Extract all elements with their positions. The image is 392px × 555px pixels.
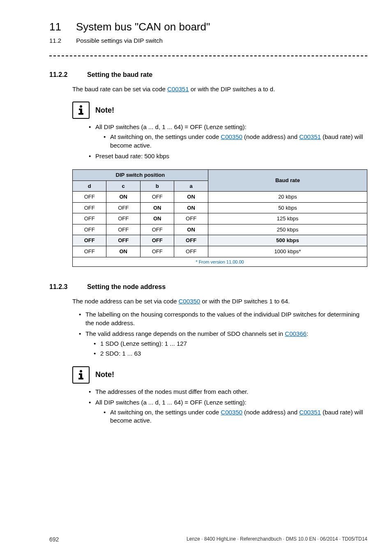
note-box: Note! xyxy=(72,102,367,119)
chapter-number: 11 xyxy=(49,20,61,34)
intro-text: The baud rate can be set via code xyxy=(72,86,167,92)
table-cell: OFF xyxy=(73,192,106,203)
svg-point-4 xyxy=(80,370,82,372)
table-cell: OFF xyxy=(106,235,140,246)
table-col-header: a xyxy=(174,180,208,192)
table-cell: ON xyxy=(106,192,140,203)
table-cell: OFF xyxy=(73,224,106,235)
intro-text: or with the DIP switches a to d. xyxy=(189,86,275,92)
info-icon xyxy=(72,366,90,384)
note-label: Note! xyxy=(95,105,114,115)
table-cell: OFF xyxy=(106,213,140,224)
section-number: 11.2.2 xyxy=(49,70,72,79)
table-cell-rate: 1000 kbps* xyxy=(208,246,367,257)
list-item: 1 SDO (Lenze setting): 1 ... 127 xyxy=(94,340,367,348)
table-cell-rate: 500 kbps xyxy=(208,235,367,246)
table-cell: OFF xyxy=(73,246,106,257)
table-header: DIP switch position xyxy=(73,170,208,181)
table-cell: OFF xyxy=(174,235,208,246)
table-cell: ON xyxy=(106,246,140,257)
note-box: Note! xyxy=(72,366,367,384)
list-item: The labelling on the housing corresponds… xyxy=(79,310,367,327)
table-row: OFFOFFOFFON250 kbps xyxy=(73,224,367,235)
code-link[interactable]: C00350 xyxy=(221,133,242,140)
chapter-title: System bus "CAN on board" xyxy=(76,20,210,34)
table-row: OFFONOFFON20 kbps xyxy=(73,192,367,203)
section-heading: 11.2.3 Setting the node address xyxy=(49,282,367,291)
section-title: Setting the baud rate xyxy=(87,70,152,79)
list-item: The valid address range depends on the n… xyxy=(79,330,367,358)
list-item: Preset baud rate: 500 kbps xyxy=(89,152,367,160)
code-link[interactable]: C00350 xyxy=(179,298,201,305)
table-cell: OFF xyxy=(73,202,106,213)
svg-point-0 xyxy=(80,105,82,108)
page-number: 692 xyxy=(49,536,59,543)
table-cell: OFF xyxy=(106,224,140,235)
code-link[interactable]: C00350 xyxy=(221,409,242,416)
table-header: Baud rate xyxy=(208,170,367,192)
baud-rate-table: DIP switch position Baud rate d c b a OF… xyxy=(72,169,367,267)
subchapter-title: Possible settings via DIP switch xyxy=(76,37,163,45)
table-row: OFFOFFONON50 kbps xyxy=(73,202,367,213)
table-cell-rate: 50 kbps xyxy=(208,202,367,213)
table-cell: OFF xyxy=(106,202,140,213)
section-heading: 11.2.2 Setting the baud rate xyxy=(49,70,367,79)
table-cell: OFF xyxy=(140,192,174,203)
code-link[interactable]: C00351 xyxy=(167,86,189,92)
table-cell: OFF xyxy=(140,246,174,257)
table-footnote: * From version 11.00.00 xyxy=(73,257,367,267)
table-cell: OFF xyxy=(140,224,174,235)
svg-rect-7 xyxy=(78,378,83,379)
table-col-header: b xyxy=(140,180,174,192)
info-icon xyxy=(72,102,90,119)
list-item: All DIP switches (a ... d, 1 ... 64) = O… xyxy=(89,123,367,150)
table-cell: ON xyxy=(174,202,208,213)
section-intro: The baud rate can be set via code C00351… xyxy=(72,85,367,93)
table-cell: ON xyxy=(140,213,174,224)
table-col-header: d xyxy=(73,180,106,192)
table-row: OFFOFFONOFF125 kbps xyxy=(73,213,367,224)
list-item: At switching on, the settings under code… xyxy=(104,133,367,150)
table-cell-rate: 250 kbps xyxy=(208,224,367,235)
code-link[interactable]: C00351 xyxy=(299,409,321,416)
subchapter-number: 11.2 xyxy=(49,37,61,45)
svg-rect-3 xyxy=(78,113,83,115)
list-item: 2 SDO: 1 ... 63 xyxy=(94,349,367,358)
note-label: Note! xyxy=(95,370,114,379)
list-item: All DIP switches (a ... d, 1 ... 64) = O… xyxy=(89,398,367,425)
table-cell: OFF xyxy=(73,213,106,224)
table-col-header: c xyxy=(106,180,140,192)
code-link[interactable]: C00351 xyxy=(299,133,321,140)
table-cell: OFF xyxy=(140,235,174,246)
subchapter-heading: 11.2 Possible settings via DIP switch xyxy=(49,37,367,45)
table-cell: ON xyxy=(174,224,208,235)
separator-line xyxy=(49,56,367,56)
section-intro: The node address can be set via code C00… xyxy=(72,297,367,305)
code-link[interactable]: C00366 xyxy=(285,330,307,337)
list-item: At switching on, the settings under code… xyxy=(104,408,367,425)
section-bullet-list: The labelling on the housing corresponds… xyxy=(79,310,367,358)
footer-doc-info: Lenze · 8400 HighLine · Referenzhandbuch… xyxy=(187,536,367,543)
note-bullet-list: All DIP switches (a ... d, 1 ... 64) = O… xyxy=(89,123,367,160)
table-cell: OFF xyxy=(174,246,208,257)
table-cell-rate: 20 kbps xyxy=(208,192,367,203)
list-item: The addresses of the nodes must differ f… xyxy=(89,388,367,396)
table-cell: OFF xyxy=(73,235,106,246)
table-row: OFFONOFFOFF1000 kbps* xyxy=(73,246,367,257)
section-number: 11.2.3 xyxy=(49,282,72,291)
table-row: OFFOFFOFFOFF500 kbps xyxy=(73,235,367,246)
note-bullet-list: The addresses of the nodes must differ f… xyxy=(89,388,367,425)
page-footer: 692 Lenze · 8400 HighLine · Referenzhand… xyxy=(49,536,367,543)
table-cell: ON xyxy=(174,192,208,203)
section-title: Setting the node address xyxy=(87,282,166,291)
chapter-heading: 11 System bus "CAN on board" xyxy=(49,20,367,34)
table-cell: OFF xyxy=(174,213,208,224)
table-cell: ON xyxy=(140,202,174,213)
table-cell-rate: 125 kbps xyxy=(208,213,367,224)
